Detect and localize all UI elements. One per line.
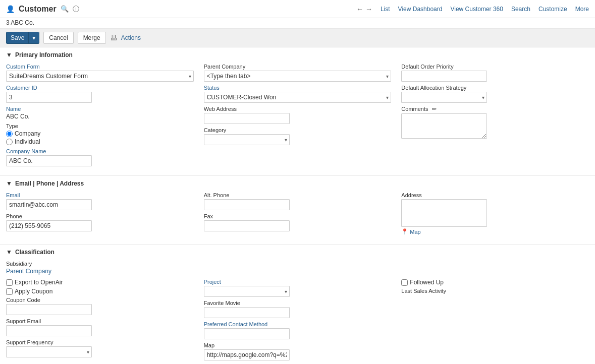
save-button[interactable]: Save (7, 32, 29, 43)
last-sales-activity-field: Last Sales Activity (401, 288, 589, 294)
type-field: Type Company Individual (6, 123, 194, 145)
save-dropdown-arrow[interactable]: ▼ (29, 32, 39, 43)
web-address-input[interactable] (204, 113, 290, 124)
phone-field: Phone (6, 213, 194, 231)
map-input[interactable] (204, 349, 290, 360)
list-link[interactable]: List (381, 6, 390, 13)
help-icon[interactable]: ⓘ (73, 5, 79, 14)
project-label: Project (204, 279, 392, 285)
type-individual-option[interactable]: Individual (6, 138, 194, 145)
web-address-field: Web Address (204, 106, 392, 124)
status-select[interactable]: CUSTOMER-Closed Won (204, 92, 392, 103)
primary-section-header[interactable]: ▼ Primary Information (6, 51, 589, 58)
comments-textarea[interactable] (401, 113, 487, 139)
alt-phone-field: Alt. Phone (204, 192, 392, 210)
email-form-row: Email Phone Alt. Phone Fax (6, 192, 589, 238)
class-col-2: Project Favorite Movie Preferred Contact… (204, 279, 392, 363)
support-email-input[interactable] (6, 325, 92, 336)
email-section: ▼ Email | Phone | Address Email Phone Al… (0, 176, 595, 245)
subsidiary-field: Subsidiary Parent Company (6, 261, 589, 275)
apply-coupon-checkbox[interactable] (6, 288, 13, 295)
category-select[interactable] (204, 134, 290, 145)
address-field: Address 📍 Map (401, 192, 589, 235)
type-company-radio[interactable] (6, 131, 13, 137)
comments-label-text: Comments (401, 106, 428, 112)
custom-form-select[interactable]: SuiteDreams Customer Form (6, 71, 194, 82)
default-order-priority-field: Default Order Priority (401, 64, 589, 82)
fax-input[interactable] (204, 220, 290, 231)
comments-edit-icon[interactable]: ✏ (432, 106, 437, 112)
primary-col-3: Default Order Priority Default Allocatio… (401, 64, 589, 169)
coupon-code-label: Coupon Code (6, 297, 194, 303)
coupon-code-input[interactable] (6, 304, 92, 315)
followed-up-field: Followed Up (401, 279, 589, 286)
type-individual-radio[interactable] (6, 139, 13, 145)
favorite-movie-field: Favorite Movie (204, 300, 392, 318)
followed-up-checkbox[interactable] (401, 279, 408, 286)
default-order-priority-input[interactable] (401, 71, 487, 82)
project-select-wrapper (204, 286, 290, 297)
alt-phone-label: Alt. Phone (204, 192, 392, 198)
export-openair-label: Export to OpenAir (15, 279, 63, 286)
map-link-text: Map (410, 229, 420, 235)
apply-coupon-label: Apply Coupon (15, 288, 52, 295)
parent-company-label: Parent Company (204, 64, 392, 70)
map-link[interactable]: 📍 Map (401, 228, 487, 235)
allocation-select[interactable] (401, 92, 487, 103)
primary-col-1: Custom Form SuiteDreams Customer Form Cu… (6, 64, 194, 169)
default-allocation-strategy-field: Default Allocation Strategy (401, 85, 589, 103)
address-textarea[interactable] (401, 199, 487, 227)
preferred-contact-input[interactable] (204, 328, 290, 339)
subtitle-text: 3 ABC Co. (6, 19, 34, 26)
customize-link[interactable]: Customize (538, 6, 567, 13)
category-label: Category (204, 127, 392, 133)
support-frequency-select[interactable] (6, 346, 92, 357)
actions-link[interactable]: Actions (121, 34, 141, 41)
email-section-header[interactable]: ▼ Email | Phone | Address (6, 180, 589, 187)
alt-phone-input[interactable] (204, 199, 290, 210)
apply-coupon-field: Apply Coupon (6, 288, 194, 295)
nav-forward-arrow[interactable]: → (365, 5, 372, 13)
phone-input[interactable] (6, 220, 92, 231)
favorite-movie-input[interactable] (204, 307, 290, 318)
default-allocation-strategy-label: Default Allocation Strategy (401, 85, 589, 91)
preferred-contact-field: Preferred Contact Method (204, 321, 392, 339)
last-sales-activity-label: Last Sales Activity (401, 288, 589, 294)
type-individual-label: Individual (15, 138, 40, 145)
main-content: ▼ Primary Information Custom Form SuiteD… (0, 47, 595, 364)
search-icon[interactable]: 🔍 (61, 5, 69, 13)
print-icon[interactable]: 🖶 (110, 34, 117, 42)
type-company-option[interactable]: Company (6, 130, 194, 137)
preferred-contact-label: Preferred Contact Method (204, 321, 392, 327)
subsidiary-value[interactable]: Parent Company (6, 268, 51, 275)
company-name-input[interactable] (6, 155, 92, 166)
map-field: Map (204, 342, 392, 360)
email-section-title: Email | Phone | Address (15, 180, 84, 187)
support-frequency-select-wrapper (6, 346, 92, 357)
parent-company-field: Parent Company <Type then tab> (204, 64, 392, 82)
email-label: Email (6, 192, 194, 198)
primary-information-section: ▼ Primary Information Custom Form SuiteD… (0, 47, 595, 176)
support-email-label: Support Email (6, 318, 194, 324)
export-openair-checkbox[interactable] (6, 279, 13, 286)
project-select[interactable] (204, 286, 290, 297)
more-link[interactable]: More (575, 6, 589, 13)
cancel-button[interactable]: Cancel (43, 32, 73, 44)
search-link[interactable]: Search (511, 6, 530, 13)
class-col-3: Followed Up Last Sales Activity (401, 279, 589, 363)
merge-button[interactable]: Merge (78, 32, 106, 44)
parent-company-select[interactable]: <Type then tab> (204, 71, 392, 82)
view-dashboard-link[interactable]: View Dashboard (398, 6, 443, 13)
customer-id-input[interactable] (6, 92, 92, 103)
view-customer-360-link[interactable]: View Customer 360 (450, 6, 503, 13)
user-icon: 👤 (6, 5, 15, 13)
save-button-group: Save ▼ (6, 32, 39, 44)
email-col-3: Address 📍 Map (401, 192, 589, 238)
fax-field: Fax (204, 213, 392, 231)
email-input[interactable] (6, 199, 92, 210)
allocation-select-wrapper (401, 92, 487, 103)
classification-section-header[interactable]: ▼ Classification (6, 249, 589, 256)
header-left: 👤 Customer 🔍 ⓘ (6, 5, 79, 14)
nav-back-arrow[interactable]: ← (356, 5, 363, 13)
map-label: Map (204, 342, 392, 348)
